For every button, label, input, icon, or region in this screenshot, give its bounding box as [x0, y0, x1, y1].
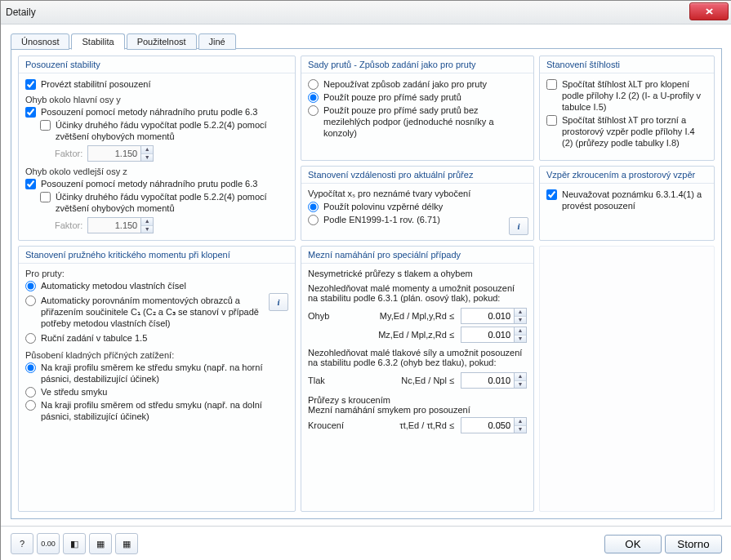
label-krouceni: Kroucení: [308, 420, 357, 430]
units-icon: 0.00: [41, 540, 56, 548]
rb-edge-from-center[interactable]: Na kraji profilu směrem od středu smyku …: [25, 399, 288, 422]
chk-2ndorder-y[interactable]: Účinky druhého řádu vypočítat podle 5.2.…: [40, 119, 288, 142]
rb-edge-to-center[interactable]: Na kraji profilu směrem ke středu smyku …: [25, 362, 288, 384]
rb-sets-straight[interactable]: Použít pouze pro přímé sady prutů: [308, 91, 527, 103]
heading-for-members: Pro pruty:: [25, 269, 288, 278]
text-ignore-compression: Nezohledňovat malé tlakové síly a umožni…: [308, 348, 527, 367]
chk-slender-t[interactable]: Spočítat štíhlost λT pro torzní a prosto…: [546, 114, 707, 149]
info-button-distance[interactable]: i: [509, 217, 528, 235]
box-mcr: Stanovení pružného kritického momentu př…: [18, 246, 296, 512]
chk-run-stability[interactable]: Provézt stabilitní posouzení: [25, 78, 288, 90]
box-distance-title: Stanovení vzdálenosti pro aktuální průře…: [301, 167, 533, 184]
cancel-button[interactable]: Storno: [665, 535, 722, 553]
chk-2ndorder-z[interactable]: Účinky druhého řádu vypočítat podle 5.2.…: [40, 191, 288, 214]
close-button[interactable]: ✕: [689, 2, 729, 20]
rb-at-center[interactable]: Ve středu smyku: [25, 386, 288, 398]
box-member-sets: Sady prutů - Způsob zadání jako pro prut…: [301, 56, 534, 161]
factor-label-y: Faktor:: [55, 149, 82, 158]
footer-table1-icon[interactable]: ▦: [89, 533, 112, 554]
heading-axis-z: Ohyb okolo vedlejší osy z: [25, 167, 288, 176]
label-mz-eq: Mz,Ed / Mpl,z,Rd ≤: [363, 330, 454, 340]
rb-sets-straight-no-intermediate[interactable]: Použít pouze pro přímé sady prutů bez me…: [308, 104, 527, 139]
footer: ? 0.00 ◧ ▦ ▦ OK Storno: [1, 526, 731, 560]
footer-table2-icon[interactable]: ▦: [115, 533, 138, 554]
graph-icon: ◧: [70, 539, 78, 549]
table1-icon: ▦: [96, 539, 105, 549]
tab-stabilita[interactable]: Stabilita: [71, 33, 124, 50]
label-tau-eq: τt,Ed / τt,Rd ≤: [363, 420, 454, 430]
window-title: Detaily: [6, 7, 36, 18]
heading-asym: Nesymetrické průřezy s tlakem a ohybem: [308, 269, 527, 278]
box-torsional-buckling: Vzpěr zkroucením a prostorový vzpěr Neuv…: [539, 166, 715, 241]
box-distance: Stanovení vzdálenosti pro aktuální průře…: [301, 166, 534, 241]
chk-slender-lt[interactable]: Spočítat štíhlost λLT pro klopení podle …: [546, 78, 707, 113]
rb-auto-eigen[interactable]: Automaticky metodou vlastních čísel: [25, 280, 288, 291]
ok-button[interactable]: OK: [604, 535, 662, 553]
rb-sets-none[interactable]: Nepoužívat způsob zadání jako pro pruty: [308, 78, 527, 90]
close-icon: ✕: [705, 7, 714, 17]
text-ignore-moments: Nezohledňovat malé momenty a umožnit pos…: [308, 283, 527, 303]
factor-label-z: Faktor:: [55, 220, 82, 230]
footer-units-icon[interactable]: 0.00: [37, 533, 60, 554]
spinner-tau[interactable]: ▲▼: [461, 417, 527, 433]
footer-graph-icon[interactable]: ◧: [63, 533, 86, 554]
box-torsional-title: Vzpěr zkroucením a prostorový vzpěr: [540, 167, 714, 184]
chk-method63-y[interactable]: Posouzení pomocí metody náhradního prutu…: [25, 106, 288, 118]
rb-auto-compare[interactable]: Automaticky porovnáním momentových obraz…: [25, 295, 264, 329]
label-nc-eq: Nc,Ed / Npl ≤: [363, 376, 454, 385]
factor-spinner-z[interactable]: ▲▼: [87, 217, 154, 233]
help-icon: ?: [20, 539, 25, 549]
titlebar: Detaily ✕: [1, 1, 731, 24]
factor-spinner-y[interactable]: ▲▼: [87, 145, 154, 162]
spinner-nc[interactable]: ▲▼: [461, 372, 527, 389]
heading-axis-y: Ohyb okolo hlavní osy y: [25, 95, 288, 104]
box-slenderness-title: Stanovení štíhlosti: [540, 56, 714, 73]
chk-ignore-note[interactable]: Neuvažovat poznámku 6.3.1.4(1) a provést…: [546, 189, 707, 211]
rb-en1999[interactable]: Podle EN1999-1-1 rov. (6.71): [308, 214, 527, 225]
text-torsion-desc: Mezní namáhání smykem pro posouzení: [308, 405, 527, 415]
distance-descr: Vypočítat xₛ pro neznámé tvary vybočení: [308, 189, 527, 199]
heading-load-position: Působení kladných příčných zatížení:: [25, 350, 288, 360]
spinner-mz[interactable]: ▲▼: [461, 327, 527, 343]
chk-method63-z[interactable]: Posouzení pomocí metody náhradního prutu…: [25, 178, 288, 189]
label-tlak: Tlak: [308, 376, 357, 385]
box-limit-title: Mezní namáhání pro speciální případy: [301, 247, 533, 264]
rb-manual-15[interactable]: Ruční zadání v tabulce 1.5: [25, 332, 288, 344]
box-member-sets-title: Sady prutů - Způsob zadání jako pro prut…: [301, 56, 533, 73]
footer-help-icon[interactable]: ?: [11, 533, 33, 554]
tab-pouzitelnost[interactable]: Použitelnost: [127, 33, 197, 50]
box-limit-stress: Mezní namáhání pro speciální případy Nes…: [301, 246, 534, 512]
label-ohyb: Ohyb: [308, 311, 357, 321]
heading-torsion-sections: Průřezy s kroucením: [308, 395, 527, 405]
box-stability-title: Posouzení stability: [19, 56, 295, 73]
box-stability: Posouzení stability Provézt stabilitní p…: [18, 56, 296, 241]
tab-jine[interactable]: Jiné: [198, 33, 236, 50]
label-my-eq: My,Ed / Mpl,y,Rd ≤: [363, 311, 454, 321]
tab-unosnost[interactable]: Únosnost: [11, 33, 69, 50]
table2-icon: ▦: [123, 539, 131, 549]
box-empty: [539, 246, 715, 512]
tabs: Únosnost Stabilita Použitelnost Jiné: [11, 33, 722, 49]
spinner-my[interactable]: ▲▼: [461, 308, 527, 324]
info-button-mcr[interactable]: i: [269, 293, 288, 311]
box-slenderness: Stanovení štíhlosti Spočítat štíhlost λL…: [539, 56, 715, 161]
box-mcr-title: Stanovení pružného kritického momentu př…: [19, 247, 295, 264]
rb-half-length[interactable]: Použít polovinu vzpěrné délky: [308, 201, 527, 212]
